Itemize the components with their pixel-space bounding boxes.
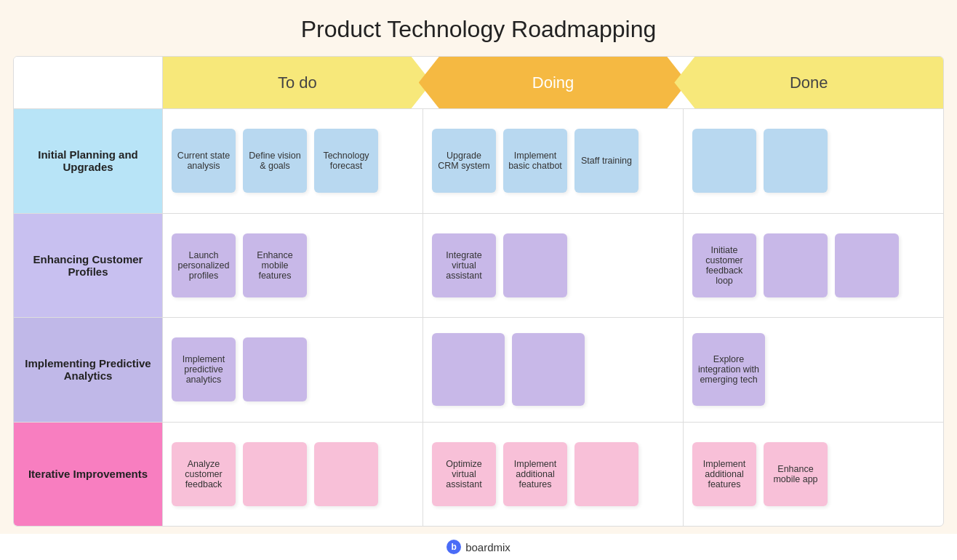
col-todo-1: Launch personalized profilesEnhance mobi… bbox=[163, 214, 423, 318]
sticky-note[interactable] bbox=[314, 442, 378, 506]
sticky-note[interactable]: Implement additional features bbox=[692, 442, 756, 506]
col-doing-2 bbox=[423, 318, 684, 422]
sticky-note[interactable]: Implement additional features bbox=[503, 442, 567, 506]
col-todo-2: Implement predictive analytics bbox=[163, 318, 423, 422]
row-iterative: Iterative ImprovementsAnalyze customer f… bbox=[14, 423, 943, 527]
header-row: To do Doing Done bbox=[14, 57, 943, 109]
header-todo: To do bbox=[163, 57, 432, 108]
sticky-note[interactable] bbox=[432, 333, 505, 406]
sticky-note[interactable]: Optimize virtual assistant bbox=[432, 442, 496, 506]
sticky-note[interactable] bbox=[503, 233, 567, 297]
sticky-note[interactable]: Integrate virtual assistant bbox=[432, 233, 496, 297]
row-label-2: Implementing Predictive Analytics bbox=[14, 318, 163, 422]
sticky-note[interactable] bbox=[764, 129, 828, 193]
sticky-note[interactable]: Initiate customer feedback loop bbox=[692, 233, 756, 297]
page-wrapper: Product Technology Roadmapping To do Doi… bbox=[0, 0, 957, 560]
sticky-note[interactable]: Explore integration with emerging tech bbox=[692, 333, 765, 406]
brand-initial: b bbox=[451, 542, 456, 552]
col-done-3: Implement additional featuresEnhance mob… bbox=[684, 423, 943, 527]
page-title: Product Technology Roadmapping bbox=[0, 0, 957, 56]
footer: b boardmix bbox=[0, 534, 957, 560]
kanban-board: To do Doing Done Initial Planning and Up… bbox=[13, 56, 944, 527]
brand-name: boardmix bbox=[465, 541, 510, 553]
header-label-cell bbox=[14, 57, 163, 108]
row-customer: Enhancing Customer ProfilesLaunch person… bbox=[14, 214, 943, 319]
todo-label: To do bbox=[278, 73, 317, 92]
col-doing-0: Upgrade CRM systemImplement basic chatbo… bbox=[423, 109, 684, 213]
header-doing: Doing bbox=[419, 57, 688, 108]
sticky-note[interactable]: Analyze customer feedback bbox=[172, 442, 236, 506]
sticky-note[interactable] bbox=[574, 442, 638, 506]
header-done: Done bbox=[674, 57, 943, 108]
sticky-note[interactable] bbox=[764, 233, 828, 297]
col-todo-0: Current state analysisDefine vision & go… bbox=[163, 109, 423, 213]
body-area: Initial Planning and UpgradesCurrent sta… bbox=[14, 109, 943, 526]
sticky-note[interactable]: Technology forecast bbox=[314, 129, 378, 193]
col-todo-3: Analyze customer feedback bbox=[163, 423, 423, 527]
col-doing-3: Optimize virtual assistantImplement addi… bbox=[423, 423, 684, 527]
col-done-2: Explore integration with emerging tech bbox=[684, 318, 943, 422]
sticky-note[interactable]: Launch personalized profiles bbox=[172, 233, 236, 297]
col-doing-1: Integrate virtual assistant bbox=[423, 214, 684, 318]
col-done-0 bbox=[684, 109, 943, 213]
sticky-note[interactable]: Define vision & goals bbox=[243, 129, 307, 193]
sticky-note[interactable]: Upgrade CRM system bbox=[432, 129, 496, 193]
brand-logo: b boardmix bbox=[447, 540, 510, 554]
col-done-1: Initiate customer feedback loop bbox=[684, 214, 943, 318]
row-analytics: Implementing Predictive AnalyticsImpleme… bbox=[14, 318, 943, 423]
sticky-note[interactable] bbox=[835, 233, 899, 297]
sticky-note[interactable] bbox=[243, 442, 307, 506]
sticky-note[interactable]: Enhance mobile features bbox=[243, 233, 307, 297]
sticky-note[interactable] bbox=[243, 337, 307, 401]
done-label: Done bbox=[790, 73, 828, 92]
row-label-3: Iterative Improvements bbox=[14, 423, 163, 527]
sticky-note[interactable]: Implement basic chatbot bbox=[503, 129, 567, 193]
doing-label: Doing bbox=[532, 73, 574, 92]
row-initial: Initial Planning and UpgradesCurrent sta… bbox=[14, 109, 943, 214]
sticky-note[interactable]: Enhance mobile app bbox=[764, 442, 828, 506]
sticky-note[interactable] bbox=[512, 333, 585, 406]
sticky-note[interactable]: Implement predictive analytics bbox=[172, 337, 236, 401]
sticky-note[interactable]: Staff training bbox=[574, 129, 638, 193]
sticky-note[interactable] bbox=[692, 129, 756, 193]
row-label-0: Initial Planning and Upgrades bbox=[14, 109, 163, 213]
row-label-1: Enhancing Customer Profiles bbox=[14, 214, 163, 318]
brand-icon: b bbox=[447, 540, 461, 554]
sticky-note[interactable]: Current state analysis bbox=[172, 129, 236, 193]
